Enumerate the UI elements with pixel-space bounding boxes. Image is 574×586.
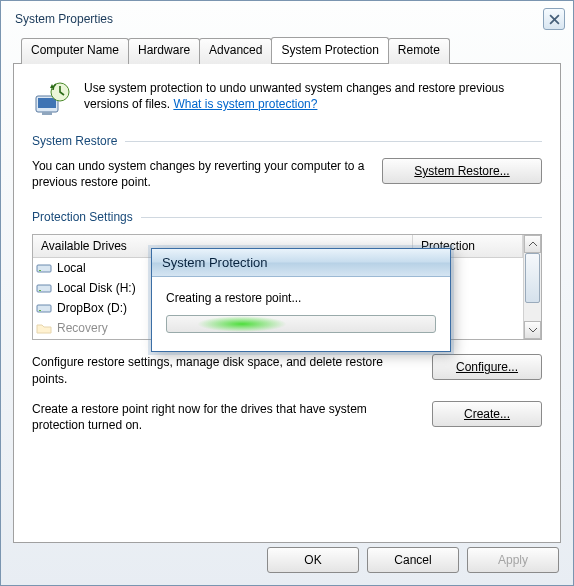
section-protection-settings: Protection Settings — [32, 210, 542, 224]
close-icon — [549, 14, 560, 25]
window-title: System Properties — [15, 12, 543, 26]
scrollbar[interactable] — [523, 235, 541, 339]
chevron-up-icon — [529, 241, 537, 247]
section-system-restore: System Restore — [32, 134, 542, 148]
system-restore-row: You can undo system changes by reverting… — [32, 158, 542, 190]
intro-row: Use system protection to undo unwanted s… — [32, 80, 542, 120]
tab-remote[interactable]: Remote — [388, 38, 450, 64]
what-is-system-protection-link[interactable]: What is system protection? — [173, 97, 317, 111]
system-protection-icon — [32, 80, 72, 120]
progress-dialog-title: System Protection — [152, 249, 450, 277]
scroll-thumb[interactable] — [525, 253, 540, 303]
scroll-track[interactable] — [524, 253, 541, 321]
close-button[interactable] — [543, 8, 565, 30]
system-properties-window: System Properties Computer Name Hardware… — [0, 0, 574, 586]
tab-system-protection[interactable]: System Protection — [271, 37, 388, 63]
cancel-button[interactable]: Cancel — [367, 547, 459, 573]
tab-advanced[interactable]: Advanced — [199, 38, 272, 64]
progress-message: Creating a restore point... — [166, 291, 436, 305]
create-desc: Create a restore point right now for the… — [32, 401, 416, 433]
tabstrip: Computer Name Hardware Advanced System P… — [1, 37, 573, 63]
ok-button[interactable]: OK — [267, 547, 359, 573]
system-restore-desc: You can undo system changes by reverting… — [32, 158, 366, 190]
drive-icon — [33, 262, 55, 274]
tab-hardware[interactable]: Hardware — [128, 38, 200, 64]
apply-button[interactable]: Apply — [467, 547, 559, 573]
configure-button[interactable]: Configure... — [432, 354, 542, 380]
svg-rect-2 — [42, 112, 52, 115]
tab-computer-name[interactable]: Computer Name — [21, 38, 129, 64]
folder-icon — [33, 322, 55, 334]
scroll-up-button[interactable] — [524, 235, 541, 253]
progress-dialog: System Protection Creating a restore poi… — [151, 248, 451, 352]
svg-rect-7 — [39, 290, 41, 291]
svg-rect-5 — [39, 270, 41, 271]
chevron-down-icon — [529, 327, 537, 333]
system-restore-button[interactable]: System Restore... — [382, 158, 542, 184]
svg-rect-1 — [38, 98, 56, 108]
drive-icon — [33, 282, 55, 294]
drive-icon — [33, 302, 55, 314]
progress-bar — [166, 315, 436, 333]
create-row: Create a restore point right now for the… — [32, 401, 542, 433]
dialog-footer: OK Cancel Apply — [267, 547, 559, 573]
create-button[interactable]: Create... — [432, 401, 542, 427]
scroll-down-button[interactable] — [524, 321, 541, 339]
progress-indeterminate-glow — [197, 316, 287, 332]
titlebar: System Properties — [1, 1, 573, 37]
configure-row: Configure restore settings, manage disk … — [32, 354, 542, 386]
svg-rect-9 — [39, 310, 41, 311]
configure-desc: Configure restore settings, manage disk … — [32, 354, 416, 386]
intro-text: Use system protection to undo unwanted s… — [84, 80, 542, 120]
